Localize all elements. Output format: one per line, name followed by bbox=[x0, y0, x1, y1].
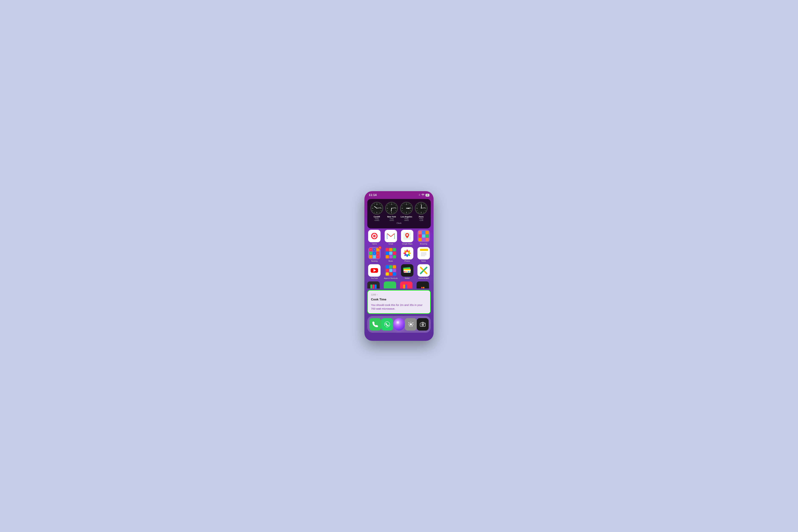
status-time: 11:14 bbox=[369, 193, 377, 197]
svg-point-40 bbox=[391, 208, 392, 209]
clock-city-cardiff: Cardiff bbox=[374, 216, 380, 218]
app-apps-shortcuts[interactable]: Apps & Shortcuts bbox=[384, 264, 398, 279]
app-banking[interactable]: M S A N B H P F D 4 Banking bbox=[367, 247, 382, 262]
clock-city-newyork: New York bbox=[387, 216, 396, 218]
svg-text:6: 6 bbox=[406, 212, 407, 213]
svg-point-94 bbox=[406, 234, 408, 236]
app-opera[interactable]: Opera bbox=[367, 230, 382, 245]
clock-grid: 12 3 6 9 Cardiff Today +0HRS bbox=[370, 202, 428, 221]
clock-face-paris: 12 3 6 9 bbox=[415, 202, 428, 214]
clock-city-paris: Paris bbox=[419, 216, 424, 218]
siri-number: 1200 bbox=[371, 293, 376, 296]
grid-icon: ⠿ bbox=[419, 194, 420, 196]
clock-widget[interactable]: 12 3 6 9 Cardiff Today +0HRS bbox=[367, 199, 431, 228]
gmail-icon bbox=[385, 230, 397, 242]
app-notes[interactable]: Notes bbox=[417, 247, 431, 262]
dock-whatsapp[interactable] bbox=[381, 318, 393, 330]
dock-settings[interactable] bbox=[405, 318, 417, 330]
dock-phone[interactable] bbox=[369, 318, 381, 330]
clock-face-losangeles: 12 3 6 9 bbox=[400, 202, 413, 214]
status-bar: 11:14 ⠿ 83 bbox=[364, 191, 434, 198]
clock-offset-cardiff: +0HRS bbox=[374, 220, 379, 221]
svg-text:6: 6 bbox=[421, 212, 421, 213]
svg-text:12: 12 bbox=[406, 204, 407, 205]
svg-text:12: 12 bbox=[391, 204, 392, 205]
app-row-1: Opera Gmail bbox=[364, 230, 434, 245]
clock-paris: 12 3 6 9 Paris Today +1HR bbox=[415, 202, 428, 221]
opera-label: Opera bbox=[372, 243, 377, 245]
app-music[interactable]: Music bbox=[384, 247, 398, 262]
svg-rect-118 bbox=[404, 271, 406, 272]
svg-text:12: 12 bbox=[376, 204, 378, 205]
app-youtube[interactable]: YouTube bbox=[367, 264, 382, 279]
clock-city-la: Los Angeles bbox=[401, 216, 412, 218]
siri-card[interactable]: 1200 › Cook Time You should cook this fo… bbox=[367, 290, 431, 314]
clock-face-cardiff: 12 3 6 9 bbox=[370, 202, 383, 214]
authenticator-icon bbox=[417, 264, 430, 277]
photos-label: Photos bbox=[404, 260, 410, 262]
dock bbox=[367, 316, 431, 333]
app-authenticator[interactable]: Authenticator bbox=[417, 264, 431, 279]
app-browsing[interactable]: Browsing bbox=[417, 230, 431, 245]
gmail-label: Gmail bbox=[388, 243, 393, 245]
clock-offset-newyork: -5HRS bbox=[389, 220, 394, 221]
svg-text:9: 9 bbox=[402, 208, 403, 209]
youtube-label: YouTube bbox=[371, 277, 378, 279]
clock-widget-label: Clock bbox=[370, 222, 428, 224]
svg-text:9: 9 bbox=[387, 208, 388, 209]
maps-icon bbox=[401, 230, 413, 242]
siri-title: Cook Time bbox=[371, 298, 427, 301]
app-wallet[interactable]: Wallet bbox=[400, 264, 414, 279]
clock-face-newyork: 12 3 6 9 bbox=[385, 202, 398, 214]
svg-rect-107 bbox=[420, 251, 428, 258]
partial-icon-3 bbox=[400, 281, 413, 288]
battery-indicator: 83 bbox=[425, 194, 429, 196]
authenticator-label: Authenticator bbox=[418, 277, 429, 279]
siri-header: 1200 › bbox=[371, 293, 427, 296]
music-icon bbox=[385, 247, 397, 260]
music-label: Music bbox=[388, 260, 393, 262]
svg-text:9: 9 bbox=[373, 208, 373, 209]
photos-icon bbox=[401, 247, 413, 260]
youtube-icon bbox=[368, 264, 381, 277]
svg-text:12: 12 bbox=[420, 204, 422, 205]
partial-icon-2 bbox=[384, 281, 396, 288]
svg-point-131 bbox=[422, 324, 423, 325]
banking-icon: M S A N B H P F D 4 bbox=[368, 247, 381, 260]
clock-day-la: Today bbox=[404, 218, 408, 220]
notes-label: Notes bbox=[421, 260, 426, 262]
clock-offset-la: -8HRS bbox=[404, 220, 409, 221]
banking-badge: 4 bbox=[378, 246, 381, 249]
wifi-icon bbox=[421, 194, 424, 196]
wallet-label: Wallet bbox=[405, 277, 410, 279]
clock-day-paris: Today bbox=[419, 218, 423, 220]
svg-point-0 bbox=[423, 196, 423, 196]
app-photos[interactable]: Photos bbox=[400, 247, 414, 262]
browsing-icon bbox=[417, 230, 430, 242]
notes-icon bbox=[417, 247, 430, 260]
app-gmail[interactable]: Gmail bbox=[384, 230, 398, 245]
clock-losangeles: 12 3 6 9 Los Angeles Today -8HRS bbox=[400, 202, 413, 221]
browsing-label: Browsing bbox=[420, 243, 427, 245]
dock-camera[interactable] bbox=[417, 318, 429, 330]
svg-point-128 bbox=[410, 323, 412, 325]
app-maps[interactable]: Google Maps bbox=[400, 230, 414, 245]
banking-label: Banking bbox=[371, 260, 378, 262]
dock-siri[interactable] bbox=[393, 318, 405, 330]
svg-point-80 bbox=[421, 208, 421, 209]
svg-rect-120 bbox=[408, 271, 409, 272]
clock-cardiff: 12 3 6 9 Cardiff Today +0HRS bbox=[370, 202, 384, 221]
app-row-2: M S A N B H P F D 4 Banking bbox=[364, 247, 434, 262]
opera-icon bbox=[368, 230, 381, 242]
siri-body: You should cook this for 2m and 35s in y… bbox=[371, 303, 427, 310]
svg-rect-119 bbox=[406, 271, 407, 272]
svg-point-104 bbox=[406, 252, 408, 254]
partial-icon-1 bbox=[367, 281, 380, 288]
app-row-3: YouTube Apps & Shortcuts bbox=[364, 264, 434, 279]
svg-point-84 bbox=[373, 234, 376, 238]
svg-point-60 bbox=[406, 208, 407, 209]
clock-newyork: 12 3 6 9 New York Today -5HRS bbox=[385, 202, 398, 221]
svg-point-132 bbox=[424, 323, 424, 324]
svg-text:9: 9 bbox=[417, 208, 417, 209]
apps-shortcuts-icon bbox=[385, 264, 397, 277]
